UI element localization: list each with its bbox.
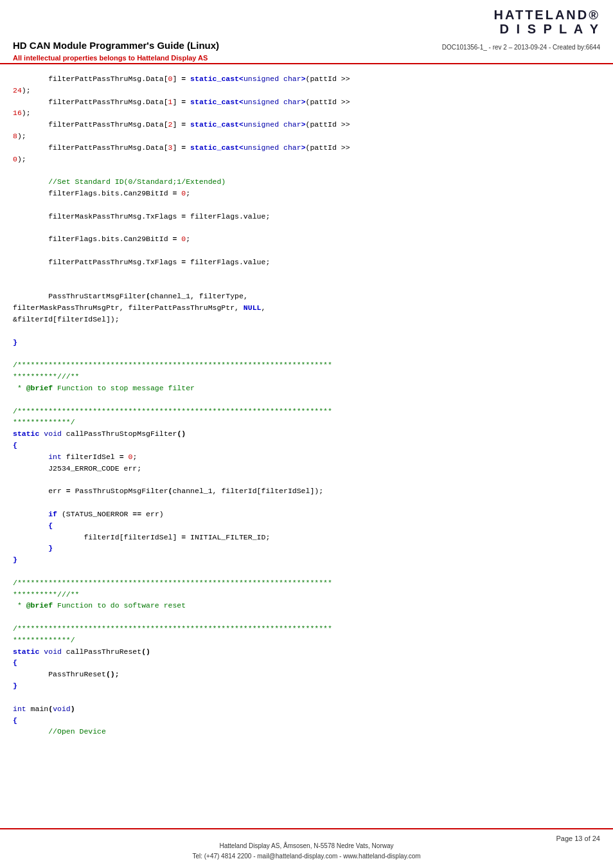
footer-line bbox=[0, 828, 613, 829]
logo: HATTELAND® D I S P L A Y bbox=[494, 8, 600, 36]
footer-company: Hatteland Display AS, Åmsosen, N-5578 Ne… bbox=[0, 841, 613, 851]
doc-subtitle: All intellectual properties belongs to H… bbox=[13, 54, 208, 62]
footer: Hatteland Display AS, Åmsosen, N-5578 Ne… bbox=[0, 841, 613, 862]
code-container: filterPattPassThruMsg.Data[0] = static_c… bbox=[0, 67, 613, 744]
code-block: filterPattPassThruMsg.Data[0] = static_c… bbox=[13, 73, 600, 737]
logo-area: HATTELAND® D I S P L A Y bbox=[494, 8, 600, 36]
doc-meta: DOC101356-1_ - rev 2 – 2013-09-24 - Crea… bbox=[442, 44, 600, 51]
page-header: HATTELAND® D I S P L A Y bbox=[0, 0, 613, 40]
footer-contact: Tel: (+47) 4814 2200 - mail@hatteland-di… bbox=[0, 851, 613, 862]
doc-title: HD CAN Module Programmer's Guide (Linux) bbox=[13, 40, 219, 51]
